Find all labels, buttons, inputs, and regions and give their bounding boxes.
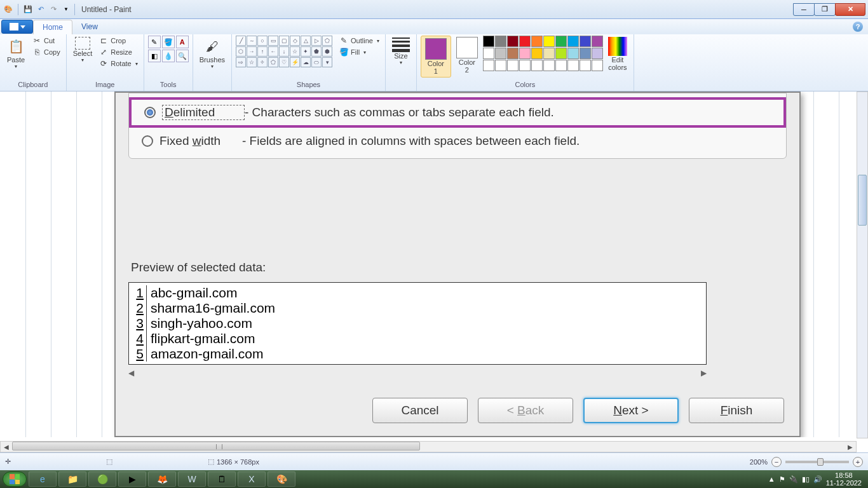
palette-swatch[interactable] xyxy=(555,48,567,59)
canvas-area[interactable]: Delimited - Characters such as commas or… xyxy=(0,92,868,437)
palette-swatch[interactable] xyxy=(592,60,603,71)
palette-swatch[interactable] xyxy=(543,60,555,71)
rotate-button[interactable]: ⟳Rotate▾ xyxy=(97,58,139,69)
scroll-right-icon[interactable]: ▶ xyxy=(701,369,707,379)
taskbar-paint[interactable]: 🎨 xyxy=(268,471,295,487)
finish-button[interactable]: Finish xyxy=(689,398,784,423)
zoom-in-button[interactable]: + xyxy=(853,457,863,467)
hscroll-thumb[interactable] xyxy=(12,442,420,451)
edit-colors-button[interactable]: Edit colors xyxy=(606,36,630,72)
palette-swatch[interactable] xyxy=(555,36,567,47)
palette-swatch[interactable] xyxy=(495,36,506,47)
tray-up-icon[interactable]: ▲ xyxy=(768,475,775,483)
palette-swatch[interactable] xyxy=(567,48,579,59)
fill-button[interactable]: 🪣Fill▾ xyxy=(337,47,381,57)
save-icon[interactable]: 💾 xyxy=(22,4,34,15)
cut-button[interactable]: ✂Cut xyxy=(31,36,62,46)
taskbar-ie[interactable]: e xyxy=(29,471,57,487)
palette-swatch[interactable] xyxy=(567,36,579,47)
zoom-thumb[interactable] xyxy=(817,458,824,466)
palette-swatch[interactable] xyxy=(495,60,506,71)
help-icon[interactable]: ? xyxy=(853,22,863,32)
palette-swatch[interactable] xyxy=(483,48,494,59)
zoom-out-button[interactable]: − xyxy=(771,457,782,467)
start-button[interactable] xyxy=(3,471,27,487)
picker-tool[interactable]: 💧 xyxy=(162,50,175,62)
crop-button[interactable]: ⊏Crop xyxy=(97,36,139,46)
palette-swatch[interactable] xyxy=(580,60,591,71)
taskbar-media[interactable]: ▶ xyxy=(118,471,146,487)
tray-flag-icon[interactable]: ⚑ xyxy=(779,475,785,484)
palette-swatch[interactable] xyxy=(543,48,555,59)
size-button[interactable]: Size ▾ xyxy=(390,36,412,67)
palette-swatch[interactable] xyxy=(483,36,494,47)
palette-swatch[interactable] xyxy=(531,60,543,71)
close-button[interactable]: ✕ xyxy=(835,3,865,16)
tray-network-icon[interactable]: ▮▯ xyxy=(802,475,810,484)
fixed-width-option[interactable]: Fixed width - Fields are aligned in colu… xyxy=(129,129,786,153)
file-menu-button[interactable] xyxy=(1,20,33,34)
color-palette[interactable] xyxy=(483,36,603,71)
taskbar-word[interactable]: W xyxy=(178,471,206,487)
color2-button[interactable]: Color 2 xyxy=(454,36,480,75)
palette-swatch[interactable] xyxy=(495,48,506,59)
palette-swatch[interactable] xyxy=(519,36,531,47)
vscroll-thumb[interactable] xyxy=(858,175,867,226)
eraser-tool[interactable]: ◧ xyxy=(148,50,161,62)
hscroll-left-icon[interactable]: ◀ xyxy=(1,444,12,451)
bucket-tool[interactable]: 🪣 xyxy=(162,36,175,48)
palette-swatch[interactable] xyxy=(580,48,591,59)
redo-icon[interactable]: ↷ xyxy=(48,4,59,15)
zoom-tool[interactable]: 🔍 xyxy=(176,50,189,62)
palette-swatch[interactable] xyxy=(580,36,591,47)
palette-swatch[interactable] xyxy=(483,60,494,71)
color1-button[interactable]: Color 1 xyxy=(421,36,451,78)
copy-button[interactable]: ⎘Copy xyxy=(31,47,62,57)
brushes-button[interactable]: 🖌 Brushes ▾ xyxy=(197,36,227,71)
main-hscroll[interactable]: ◀ ▶ xyxy=(0,441,857,452)
tray-clock[interactable]: 18:58 11-12-2022 xyxy=(826,471,862,487)
palette-swatch[interactable] xyxy=(507,48,519,59)
taskbar-firefox[interactable]: 🦊 xyxy=(148,471,176,487)
outline-button[interactable]: ✎Outline▾ xyxy=(337,36,381,46)
preview-hscroll[interactable]: ◀ ▶ xyxy=(128,369,707,379)
radio-selected-icon[interactable] xyxy=(144,107,156,118)
paste-button[interactable]: 📋 Paste ▾ xyxy=(4,36,28,71)
maximize-button[interactable]: ❐ xyxy=(814,3,836,16)
palette-swatch[interactable] xyxy=(519,48,531,59)
hscroll-right-icon[interactable]: ▶ xyxy=(844,444,856,451)
qat-dropdown-icon[interactable]: ▼ xyxy=(60,4,72,15)
pencil-tool[interactable]: ✎ xyxy=(148,36,161,48)
taskbar-chrome[interactable]: 🟢 xyxy=(88,471,116,487)
delimited-option[interactable]: Delimited - Characters such as commas or… xyxy=(129,97,786,128)
undo-icon[interactable]: ↶ xyxy=(35,4,46,15)
scroll-left-icon[interactable]: ◀ xyxy=(128,369,134,379)
tab-view[interactable]: View xyxy=(72,20,107,34)
palette-swatch[interactable] xyxy=(507,36,519,47)
palette-swatch[interactable] xyxy=(507,60,519,71)
minimize-button[interactable]: ─ xyxy=(793,3,815,16)
taskbar-excel[interactable]: X xyxy=(238,471,266,487)
tray-power-icon[interactable]: 🔌 xyxy=(789,475,798,484)
tray-volume-icon[interactable]: 🔊 xyxy=(813,475,822,484)
text-tool[interactable]: A xyxy=(176,36,189,48)
palette-swatch[interactable] xyxy=(592,48,603,59)
next-button[interactable]: Next > xyxy=(583,398,679,423)
shapes-gallery[interactable]: ╱～○▭▢◇△▷⬠ ⬡→↑←↓☆✦⬟⬢ ⇨☆✧⬠♡⚡☁⬭▾ xyxy=(236,36,332,67)
palette-swatch[interactable] xyxy=(555,60,567,71)
radio-icon[interactable] xyxy=(142,135,153,147)
palette-swatch[interactable] xyxy=(531,36,543,47)
tab-home[interactable]: Home xyxy=(33,20,72,34)
palette-swatch[interactable] xyxy=(543,36,555,47)
cancel-button[interactable]: Cancel xyxy=(372,398,468,423)
palette-swatch[interactable] xyxy=(567,60,579,71)
taskbar-explorer[interactable]: 📁 xyxy=(58,471,86,487)
palette-swatch[interactable] xyxy=(531,48,543,59)
palette-swatch[interactable] xyxy=(519,60,531,71)
palette-swatch[interactable] xyxy=(592,36,603,47)
select-button[interactable]: Select ▾ xyxy=(71,36,95,64)
zoom-slider[interactable] xyxy=(785,461,849,463)
taskbar-notes[interactable]: 🗒 xyxy=(208,471,236,487)
main-vscroll[interactable] xyxy=(857,92,868,438)
resize-button[interactable]: ⤢Resize xyxy=(97,47,139,57)
